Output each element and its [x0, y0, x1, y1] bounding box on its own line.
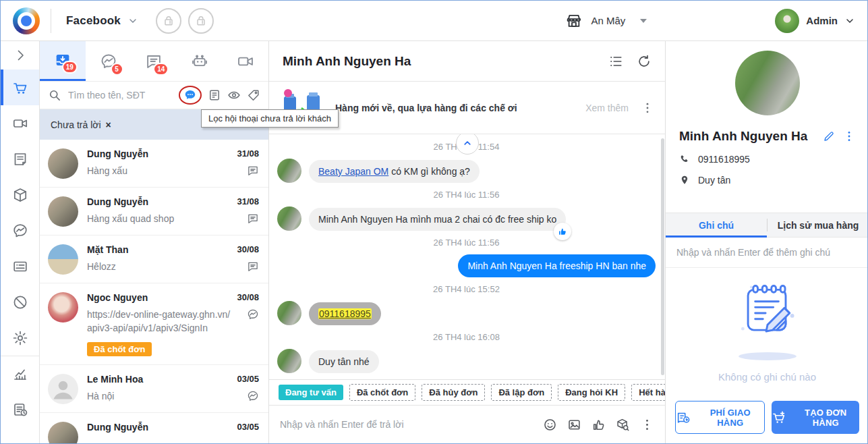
conversation-item[interactable]: Le Minh HoaHà nội03/05 [40, 365, 268, 413]
see-more-link[interactable]: Xem thêm [585, 103, 629, 113]
message-timestamp: 26 TH4 lúc 11:56 [277, 190, 656, 200]
contact-avatar [48, 292, 78, 323]
edit-pencil-icon[interactable] [823, 130, 835, 142]
sidebar-item-chevron-right[interactable] [1, 41, 39, 70]
message-preview: Hà nội [87, 389, 231, 403]
sidebar-item-messenger[interactable] [1, 213, 39, 248]
message-row: 0911618995 [277, 301, 656, 325]
status-tag-button[interactable]: Đang hỏi KH [558, 384, 625, 401]
search-row [40, 82, 268, 109]
post-text: Hàng mới về, qua lựa hàng đi các chế ơi [335, 103, 517, 113]
shipping-fee-button[interactable]: PHÍ GIAO HÀNG [675, 401, 765, 434]
shop-bag-icon[interactable] [156, 8, 181, 34]
block-icon [12, 294, 28, 310]
refresh-icon[interactable] [637, 54, 652, 69]
status-tag-button[interactable]: Đang tư vấn [279, 385, 343, 400]
notepad-illustration-icon [728, 278, 807, 350]
cart-icon [12, 80, 28, 96]
contact-name: Dung Nguyễn [87, 422, 231, 433]
conversation-item[interactable]: Dung Nguyễn03/05 [40, 413, 268, 443]
status-tag-button[interactable]: Đã chốt đơn [349, 384, 415, 401]
sidebar-item-cart[interactable] [1, 70, 39, 105]
channel-tab-video-camera[interactable] [223, 41, 268, 81]
sidebar-item-video-camera[interactable] [1, 105, 39, 141]
conversation-item[interactable]: Dung NguyễnHàng xấu31/08 [40, 140, 268, 188]
channel-selector[interactable]: Facebook [66, 14, 121, 28]
note-filter-icon[interactable] [208, 88, 221, 102]
app-window: Facebook An Mây Admin [0, 0, 868, 444]
note-input[interactable] [676, 247, 858, 258]
contact-avatar [48, 422, 78, 443]
shipping-fee-icon [676, 410, 691, 425]
message-link[interactable]: Beaty Japan OM [318, 166, 388, 177]
store-selector[interactable]: An Mây [565, 12, 647, 30]
messenger-icon [247, 308, 259, 321]
channel-tab-messenger[interactable]: 5 [86, 41, 132, 81]
channel-tab-inbox[interactable]: 19 [40, 41, 86, 81]
customer-avatar [735, 51, 800, 115]
conversation-item[interactable]: Ngoc Nguyenhttps://dev-online-gateway.gh… [40, 283, 268, 365]
contact-name: Dung Nguyễn [87, 148, 231, 159]
sidebar-item-chart[interactable] [1, 356, 39, 391]
user-menu[interactable]: Admin [775, 9, 855, 33]
status-tag-button[interactable]: Đã hủy đơn [422, 384, 485, 401]
search-input[interactable] [68, 90, 179, 101]
conversation-detail-list-icon[interactable] [608, 54, 623, 69]
search-icon [48, 88, 61, 102]
chat-header: Minh Anh Nguyen Ha [269, 41, 665, 82]
message-bubble: Minh Anh Nguyen Ha freeship HN ban nhe [458, 254, 656, 277]
sidebar-item-package[interactable] [1, 177, 39, 213]
conversation-item[interactable]: Mặt ThanHêlozz30/08 [40, 235, 268, 283]
contact-avatar [277, 301, 301, 325]
close-icon[interactable]: × [106, 119, 111, 130]
sidebar-item-card-list[interactable] [1, 248, 39, 284]
contact-name: Dung Nguyễn [87, 196, 231, 207]
chart-icon [12, 366, 28, 382]
tab-notes[interactable]: Ghi chú [666, 213, 767, 237]
create-order-button[interactable]: TẠO ĐƠN HÀNG [772, 401, 860, 434]
user-avatar [775, 9, 799, 33]
chevron-down-icon[interactable] [127, 16, 138, 26]
customer-panel: Minh Anh Nguyen Ha 0911618995 [665, 41, 868, 443]
tab-purchase-history[interactable]: Lịch sử mua hàng [768, 213, 868, 237]
gear-icon [12, 330, 28, 346]
sidebar-item-report[interactable] [1, 391, 39, 427]
filter-chip-label: Chưa trả lời [51, 119, 101, 130]
note-input-row [666, 238, 868, 268]
more-options-icon[interactable] [843, 130, 855, 142]
eye-filter-icon[interactable] [227, 88, 241, 102]
sidebar-item-block[interactable] [1, 284, 39, 320]
product-search-icon[interactable] [616, 418, 630, 432]
sidebar-item-gear[interactable] [1, 320, 39, 356]
unread-badge: 19 [62, 61, 78, 74]
phone-number-highlight[interactable]: 0911618995 [318, 308, 372, 319]
message-timestamp: 26 TH4 lúc 16:08 [277, 332, 656, 342]
caret-down-icon [640, 19, 647, 23]
more-options-icon[interactable] [640, 418, 654, 432]
image-attach-icon[interactable] [567, 418, 581, 432]
tag-filter-icon[interactable] [247, 88, 260, 102]
card-list-icon [12, 258, 28, 275]
channel-tab-comment[interactable]: 14 [132, 41, 177, 81]
divider [51, 9, 51, 33]
message-row: Minh Anh Nguyen Ha mình mua 2 chai có đc… [277, 206, 656, 231]
emoji-icon[interactable] [543, 418, 557, 432]
more-options-icon[interactable] [641, 101, 654, 115]
customer-tabs: Ghi chú Lịch sử mua hàng [666, 213, 868, 238]
like-icon[interactable] [591, 418, 606, 432]
customer-phone: 0911618995 [698, 154, 750, 165]
filter-unreplied-annotation [179, 86, 202, 105]
sidebar-item-news[interactable] [1, 141, 39, 177]
chat-dots-filter-icon[interactable] [183, 88, 197, 102]
topbar: Facebook An Mây Admin [1, 1, 867, 41]
chat-scrollbar[interactable] [661, 138, 664, 375]
sidebar-rail [1, 41, 40, 443]
shop-bag-icon[interactable] [188, 8, 214, 34]
message-timestamp: 26 TH4 lúc 11:56 [277, 238, 656, 248]
empty-notes-state: Không có ghi chú nào [666, 268, 868, 393]
conversation-item[interactable]: Dung NguyễnHàng xấu quad shop31/08 [40, 188, 268, 235]
reply-input[interactable] [280, 419, 543, 430]
channel-tab-bot[interactable] [177, 41, 223, 81]
message-bubble: Duy tân nhé [309, 350, 379, 373]
status-tag-button[interactable]: Đã lập đơn [491, 384, 552, 401]
